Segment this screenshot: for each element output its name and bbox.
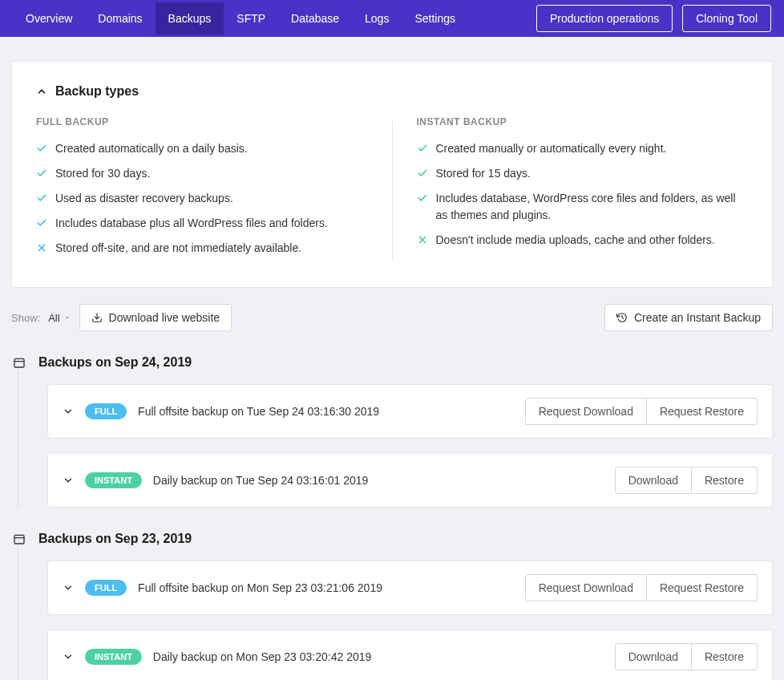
download-live-label: Download live website bbox=[109, 311, 220, 324]
restore-button[interactable]: Restore bbox=[692, 643, 758, 670]
backup-row: INSTANTDaily backup on Mon Sep 23 03:20:… bbox=[47, 629, 773, 680]
feature-item: Stored off-site, and are not immediately… bbox=[36, 240, 368, 257]
instant-backup-heading: INSTANT BACKUP bbox=[417, 116, 749, 128]
cross-icon bbox=[417, 232, 428, 245]
nav-tab-logs[interactable]: Logs bbox=[352, 2, 402, 34]
feature-text: Doesn't include media uploads, cache and… bbox=[436, 232, 715, 249]
calendar-icon bbox=[13, 356, 26, 369]
nav-tabs: OverviewDomainsBackupsSFTPDatabaseLogsSe… bbox=[13, 2, 468, 34]
caret-down-icon bbox=[63, 314, 71, 322]
restore-button[interactable]: Request Restore bbox=[647, 398, 758, 425]
nav-tab-settings[interactable]: Settings bbox=[402, 2, 468, 34]
show-label: Show: bbox=[11, 312, 40, 324]
download-live-website-button[interactable]: Download live website bbox=[79, 304, 232, 331]
backup-type-badge: FULL bbox=[85, 580, 127, 596]
feature-text: Includes database plus all WordPress fil… bbox=[55, 215, 328, 232]
expand-toggle[interactable] bbox=[63, 475, 74, 486]
production-operations-button[interactable]: Production operations bbox=[536, 5, 673, 32]
create-instant-label: Create an Instant Backup bbox=[634, 311, 761, 324]
top-nav: OverviewDomainsBackupsSFTPDatabaseLogsSe… bbox=[0, 0, 784, 37]
download-button[interactable]: Download bbox=[615, 643, 692, 670]
row-actions: DownloadRestore bbox=[615, 467, 758, 494]
calendar-icon bbox=[13, 532, 26, 545]
restore-button[interactable]: Request Restore bbox=[647, 574, 758, 601]
feature-text: Stored for 15 days. bbox=[436, 165, 531, 182]
group-title: Backups on Sep 23, 2019 bbox=[38, 532, 192, 546]
card-header[interactable]: Backup types bbox=[36, 84, 748, 99]
feature-item: Doesn't include media uploads, cache and… bbox=[417, 232, 749, 249]
nav-tab-backups[interactable]: Backups bbox=[156, 2, 224, 34]
create-instant-backup-button[interactable]: Create an Instant Backup bbox=[604, 304, 773, 331]
cloning-tool-button[interactable]: Cloning Tool bbox=[682, 5, 771, 32]
group-header: Backups on Sep 24, 2019 bbox=[11, 355, 773, 370]
feature-text: Stored for 30 days. bbox=[55, 165, 150, 182]
row-actions: Request DownloadRequest Restore bbox=[525, 398, 758, 425]
cross-icon bbox=[36, 240, 47, 253]
feature-item: Includes database, WordPress core files … bbox=[417, 190, 749, 224]
backup-description: Full offsite backup on Mon Sep 23 03:21:… bbox=[138, 581, 382, 594]
chevron-down-icon bbox=[63, 651, 74, 662]
svg-rect-7 bbox=[14, 535, 24, 544]
download-button[interactable]: Request Download bbox=[525, 574, 647, 601]
toolbar: Show: All Download live website Create a… bbox=[11, 304, 773, 331]
svg-rect-5 bbox=[14, 358, 24, 367]
check-icon bbox=[417, 140, 428, 154]
feature-item: Created automatically on a daily basis. bbox=[36, 140, 368, 157]
chevron-down-icon bbox=[63, 475, 74, 486]
card-title: Backup types bbox=[55, 84, 139, 99]
full-backup-column: FULL BACKUP Created automatically on a d… bbox=[36, 116, 392, 265]
feature-text: Used as disaster recovery backups. bbox=[55, 190, 233, 207]
check-icon bbox=[417, 165, 428, 179]
backup-description: Full offsite backup on Tue Sep 24 03:16:… bbox=[138, 405, 379, 418]
download-icon bbox=[91, 312, 103, 323]
backup-type-badge: INSTANT bbox=[85, 472, 142, 488]
download-button[interactable]: Download bbox=[615, 467, 692, 494]
restore-button[interactable]: Restore bbox=[692, 467, 758, 494]
backup-types-card: Backup types FULL BACKUP Created automat… bbox=[11, 61, 773, 288]
feature-text: Created automatically on a daily basis. bbox=[55, 140, 248, 157]
feature-item: Stored for 30 days. bbox=[36, 165, 368, 182]
download-button[interactable]: Request Download bbox=[525, 398, 647, 425]
backup-group: Backups on Sep 23, 2019FULLFull offsite … bbox=[11, 532, 773, 680]
instant-backup-column: INSTANT BACKUP Created manually or autom… bbox=[393, 116, 749, 265]
backup-description: Daily backup on Tue Sep 24 03:16:01 2019 bbox=[153, 474, 369, 487]
row-actions: DownloadRestore bbox=[615, 643, 758, 670]
backup-row: INSTANTDaily backup on Tue Sep 24 03:16:… bbox=[47, 453, 773, 508]
feature-item: Created manually or automatically every … bbox=[417, 140, 749, 157]
backup-type-badge: FULL bbox=[85, 403, 127, 419]
check-icon bbox=[36, 190, 47, 204]
row-actions: Request DownloadRequest Restore bbox=[525, 574, 758, 601]
timeline: FULLFull offsite backup on Mon Sep 23 03… bbox=[18, 546, 773, 680]
backup-row: FULLFull offsite backup on Tue Sep 24 03… bbox=[47, 384, 773, 439]
feature-item: Includes database plus all WordPress fil… bbox=[36, 215, 368, 232]
timeline: FULLFull offsite backup on Tue Sep 24 03… bbox=[18, 370, 773, 508]
history-icon bbox=[616, 312, 628, 323]
check-icon bbox=[36, 140, 47, 154]
nav-actions: Production operations Cloning Tool bbox=[536, 5, 771, 32]
full-backup-heading: FULL BACKUP bbox=[36, 116, 368, 128]
expand-toggle[interactable] bbox=[63, 406, 74, 417]
backup-row: FULLFull offsite backup on Mon Sep 23 03… bbox=[47, 561, 773, 615]
chevron-up-icon bbox=[36, 86, 47, 97]
nav-tab-database[interactable]: Database bbox=[278, 2, 352, 34]
nav-tab-domains[interactable]: Domains bbox=[85, 2, 155, 34]
backup-description: Daily backup on Mon Sep 23 03:20:42 2019 bbox=[153, 650, 371, 663]
feature-text: Includes database, WordPress core files … bbox=[436, 190, 749, 224]
nav-tab-overview[interactable]: Overview bbox=[13, 2, 85, 34]
expand-toggle[interactable] bbox=[63, 582, 74, 593]
feature-text: Stored off-site, and are not immediately… bbox=[55, 240, 301, 257]
group-title: Backups on Sep 24, 2019 bbox=[38, 355, 192, 370]
chevron-down-icon bbox=[63, 406, 74, 417]
show-filter-value: All bbox=[48, 312, 59, 324]
chevron-down-icon bbox=[63, 582, 74, 593]
show-filter-dropdown[interactable]: All bbox=[48, 312, 71, 324]
group-header: Backups on Sep 23, 2019 bbox=[11, 532, 773, 546]
backup-group: Backups on Sep 24, 2019FULLFull offsite … bbox=[11, 355, 773, 508]
feature-text: Created manually or automatically every … bbox=[436, 140, 667, 157]
feature-item: Stored for 15 days. bbox=[417, 165, 749, 182]
expand-toggle[interactable] bbox=[63, 651, 74, 662]
check-icon bbox=[417, 190, 428, 204]
nav-tab-sftp[interactable]: SFTP bbox=[224, 2, 278, 34]
feature-item: Used as disaster recovery backups. bbox=[36, 190, 368, 207]
backup-type-badge: INSTANT bbox=[85, 649, 142, 665]
